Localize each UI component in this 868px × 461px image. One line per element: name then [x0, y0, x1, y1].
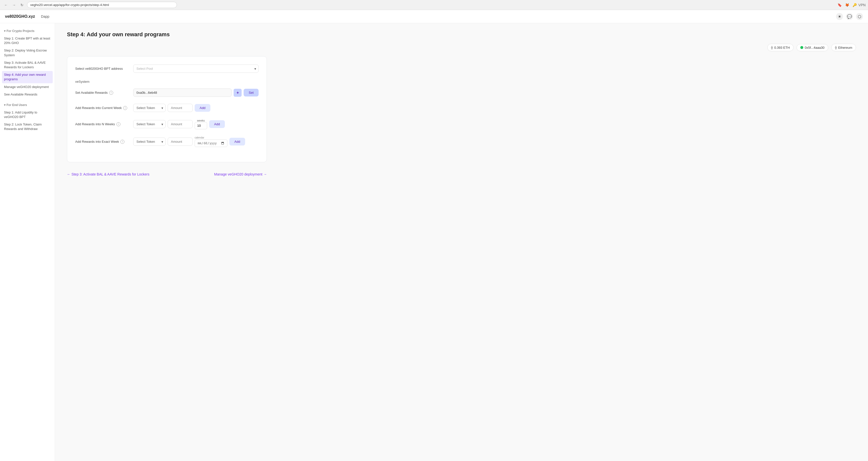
theme-toggle-icon[interactable]: ☀ [836, 13, 843, 20]
section-crypto-label: For Crypto Projects [6, 29, 34, 33]
section-users-label: For End Users [6, 103, 27, 107]
pool-select[interactable]: Select Pool [133, 64, 258, 73]
sidebar-item-see-rewards[interactable]: See Available Rewards [0, 91, 55, 98]
nav-prev-link[interactable]: ← Step 3: Activate BAL & AAVE Rewards fo… [67, 172, 149, 176]
add-n-weeks-row: Add Rewards into N Weeks i Select Token … [75, 119, 258, 129]
n-weeks-token-select-wrapper: Select Token ▾ [133, 120, 166, 128]
exact-week-amount-input[interactable] [168, 138, 193, 146]
sidebar-item-step3-activate[interactable]: Step 3: Activate BAL & AAVE Rewards for … [0, 59, 55, 71]
weeks-label: weeks [197, 119, 205, 122]
add-current-week-controls: Select Token ▾ Add [133, 104, 258, 112]
add-n-weeks-controls: Select Token ▾ weeks Add [133, 119, 258, 129]
add-current-week-label: Add Rewards into Current Week i [75, 106, 130, 110]
n-weeks-count-input[interactable] [195, 122, 207, 129]
set-rewards-row: Set Available Rewards i + Set [75, 88, 258, 97]
exact-week-date-input[interactable] [195, 140, 227, 147]
network-logo-icon: ⟠ [835, 46, 837, 50]
section-chevron-icon: ▾ [4, 29, 5, 33]
add-n-weeks-button[interactable]: Add [209, 120, 225, 128]
current-week-amount-input[interactable] [168, 104, 193, 112]
select-pool-label: Select ve8020GHO BPT address [75, 67, 130, 70]
wallet-address-pill[interactable]: 0x5f...4aaa30 [797, 44, 828, 51]
page-title: Step 4: Add your own reward programs [67, 31, 856, 38]
address-bar[interactable]: vegho20.vercel.app/app/for-crypto-projec… [27, 2, 177, 8]
refresh-button[interactable]: ↻ [19, 2, 25, 8]
nav-footer: ← Step 3: Activate BAL & AAVE Rewards fo… [67, 172, 267, 176]
sidebar-item-step1-create[interactable]: Step 1: Create BPT with at least 20% GHO [0, 35, 55, 47]
app-header-icons: ☀ 💬 ⬡ [836, 13, 863, 20]
add-exact-week-button[interactable]: Add [229, 138, 245, 145]
add-exact-week-controls: Select Token ▾ calendar Add [133, 136, 258, 147]
exact-week-token-select-wrapper: Select Token ▾ [133, 138, 166, 146]
browser-chrome: ← → ↻ vegho20.vercel.app/app/for-crypto-… [0, 0, 868, 10]
forward-button[interactable]: → [11, 2, 17, 8]
set-rewards-info-icon[interactable]: i [109, 91, 113, 95]
dapp-nav-link[interactable]: Dapp [41, 15, 49, 19]
set-rewards-label: Set Available Rewards i [75, 91, 130, 95]
sidebar-item-step4-add[interactable]: Step 4: Add your own reward programs [2, 71, 53, 83]
add-exact-week-label: Add Rewards into Exact Week i [75, 140, 130, 144]
current-week-token-select[interactable]: Select Token [133, 104, 166, 112]
add-n-weeks-label: Add Rewards into N Weeks i [75, 122, 130, 126]
add-current-week-row: Add Rewards into Current Week i Select T… [75, 104, 258, 112]
app-header: ve8020GHO.xyz Dapp ☀ 💬 ⬡ [0, 10, 868, 23]
add-exact-week-info-icon[interactable]: i [120, 140, 124, 144]
eth-amount: 0.393 ETH [774, 46, 790, 50]
sidebar-item-step2-lock[interactable]: Step 2: Lock Token, Claim Rewards and Wi… [0, 121, 55, 133]
set-rewards-controls: + Set [133, 88, 258, 97]
add-reward-plus-button[interactable]: + [234, 89, 242, 97]
add-current-week-button[interactable]: Add [195, 104, 210, 112]
eth-logo-icon: ⟠ [771, 46, 773, 50]
back-button[interactable]: ← [3, 2, 9, 8]
date-label: calendar [195, 136, 227, 139]
section-users-chevron-icon: ▾ [4, 103, 5, 107]
add-exact-week-row: Add Rewards into Exact Week i Select Tok… [75, 136, 258, 147]
bitwarden-icon[interactable]: 🔑 [851, 2, 858, 8]
sidebar-item-step2-deploy[interactable]: Step 2: Deploy Voting Escrow System [0, 47, 55, 59]
n-weeks-token-select[interactable]: Select Token [133, 120, 166, 128]
app-body: ▾ For Crypto Projects Step 1: Create BPT… [0, 23, 868, 461]
wallet-bar: ⟠ 0.393 ETH 0x5f...4aaa30 ⟠ Ethereum [67, 44, 856, 51]
sidebar-item-manage[interactable]: Manage veGHO20 deployment [0, 83, 55, 91]
main-content: Step 4: Add your own reward programs ⟠ 0… [55, 23, 868, 461]
network-pill[interactable]: ⟠ Ethereum [831, 44, 856, 51]
browser-icons: 🔖 🦊 🔑 VPN [837, 2, 865, 8]
nav-next-link[interactable]: Manage veGHO20 deployment → [214, 172, 267, 176]
eth-balance-pill[interactable]: ⟠ 0.393 ETH [767, 44, 794, 51]
vpn-label[interactable]: VPN [859, 2, 865, 8]
github-icon[interactable]: ⬡ [856, 13, 863, 20]
set-rewards-input[interactable] [133, 88, 231, 97]
select-pool-controls: Select Pool ▾ [133, 64, 258, 73]
sidebar-section-crypto-projects[interactable]: ▾ For Crypto Projects [0, 28, 55, 35]
bookmark-icon[interactable]: 🔖 [837, 2, 842, 8]
sidebar: ▾ For Crypto Projects Step 1: Create BPT… [0, 23, 55, 461]
sidebar-section-end-users[interactable]: ▾ For End Users [0, 102, 55, 109]
add-n-weeks-info-icon[interactable]: i [117, 122, 120, 126]
wallet-address: 0x5f...4aaa30 [805, 46, 825, 50]
weeks-wrapper: weeks [195, 119, 207, 129]
n-weeks-amount-input[interactable] [168, 120, 193, 128]
select-pool-row: Select ve8020GHO BPT address Select Pool… [75, 64, 258, 73]
date-wrapper: calendar [195, 136, 227, 147]
exact-week-token-select[interactable]: Select Token [133, 138, 166, 146]
add-current-week-info-icon[interactable]: i [123, 106, 127, 110]
discord-icon[interactable]: 💬 [846, 13, 853, 20]
set-rewards-button[interactable]: Set [244, 89, 258, 96]
main-card: Select ve8020GHO BPT address Select Pool… [67, 56, 267, 162]
wallet-green-dot [800, 46, 803, 49]
network-name: Ethereum [838, 46, 852, 50]
current-week-token-select-wrapper: Select Token ▾ [133, 104, 166, 112]
pool-select-wrapper: Select Pool ▾ [133, 64, 258, 73]
vesystem-label: veSystem [75, 80, 258, 84]
app-logo: ve8020GHO.xyz [5, 14, 35, 19]
extension-icon[interactable]: 🦊 [844, 2, 850, 8]
sidebar-item-step1-liquidity[interactable]: Step 1: Add Liquidity to veGHO20 BPT [0, 109, 55, 121]
